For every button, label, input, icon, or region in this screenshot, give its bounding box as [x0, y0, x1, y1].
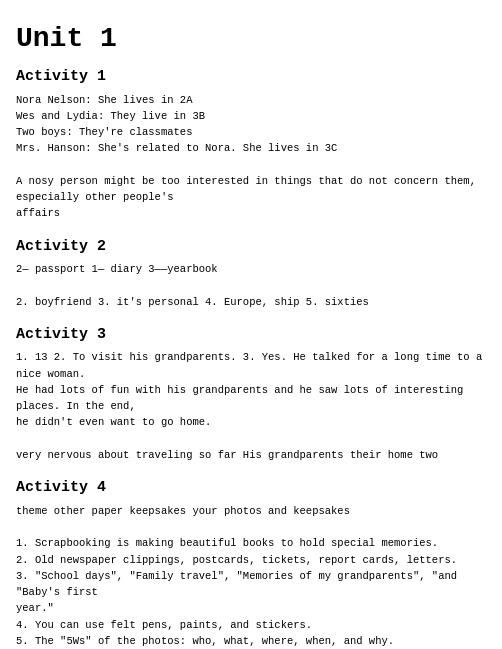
unit-title: Unit 1 — [16, 18, 486, 60]
activity-1-line-0: Nora Nelson: She lives in 2A — [16, 92, 486, 108]
activity-3-blank — [16, 431, 486, 447]
activity-2-content: 2— passport 1— diary 3——yearbook 2. boyf… — [16, 261, 486, 310]
activity-4-blank — [16, 519, 486, 535]
activity-2-blank — [16, 277, 486, 293]
activity-4-line-7: 5. The "5Ws" of the photos: who, what, w… — [16, 633, 486, 649]
activity-1-line-5: A nosy person might be too interested in… — [16, 173, 486, 206]
activity-1-section: Activity 1 Nora Nelson: She lives in 2A … — [16, 66, 486, 222]
activity-4-line-2: 1. Scrapbooking is making beautiful book… — [16, 535, 486, 551]
activity-3-title: Activity 3 — [16, 324, 486, 347]
activity-4-content: theme other paper keepsakes your photos … — [16, 503, 486, 649]
activity-1-line-3: Mrs. Hanson: She's related to Nora. She … — [16, 140, 486, 156]
activity-4-title: Activity 4 — [16, 477, 486, 500]
activity-2-section: Activity 2 2— passport 1— diary 3——yearb… — [16, 236, 486, 310]
activity-2-title: Activity 2 — [16, 236, 486, 259]
activity-2-line-0: 2— passport 1— diary 3——yearbook — [16, 261, 486, 277]
activity-1-content: Nora Nelson: She lives in 2A Wes and Lyd… — [16, 92, 486, 222]
activity-1-line-6: affairs — [16, 205, 486, 221]
activity-4-line-5: year." — [16, 600, 486, 616]
activity-3-line-2: he didn't even want to go home. — [16, 414, 486, 430]
activity-4-line-6: 4. You can use felt pens, paints, and st… — [16, 617, 486, 633]
activity-4-line-0: theme other paper keepsakes your photos … — [16, 503, 486, 519]
activity-4-section: Activity 4 theme other paper keepsakes y… — [16, 477, 486, 649]
activity-1-title: Activity 1 — [16, 66, 486, 89]
activity-4-line-4: 3. "School days", "Family travel", "Memo… — [16, 568, 486, 601]
activity-3-line-4: very nervous about traveling so far His … — [16, 447, 486, 463]
page-container: Unit 1 Activity 1 Nora Nelson: She lives… — [16, 18, 486, 649]
activity-3-content: 1. 13 2. To visit his grandparents. 3. Y… — [16, 349, 486, 463]
activity-1-line-2: Two boys: They're classmates — [16, 124, 486, 140]
activity-3-line-1: He had lots of fun with his grandparents… — [16, 382, 486, 415]
activity-4-line-3: 2. Old newspaper clippings, postcards, t… — [16, 552, 486, 568]
activity-1-line-1: Wes and Lydia: They live in 3B — [16, 108, 486, 124]
activity-1-blank — [16, 157, 486, 173]
activity-2-line-2: 2. boyfriend 3. it's personal 4. Europe,… — [16, 294, 486, 310]
activity-3-section: Activity 3 1. 13 2. To visit his grandpa… — [16, 324, 486, 463]
activity-3-line-0: 1. 13 2. To visit his grandparents. 3. Y… — [16, 349, 486, 382]
